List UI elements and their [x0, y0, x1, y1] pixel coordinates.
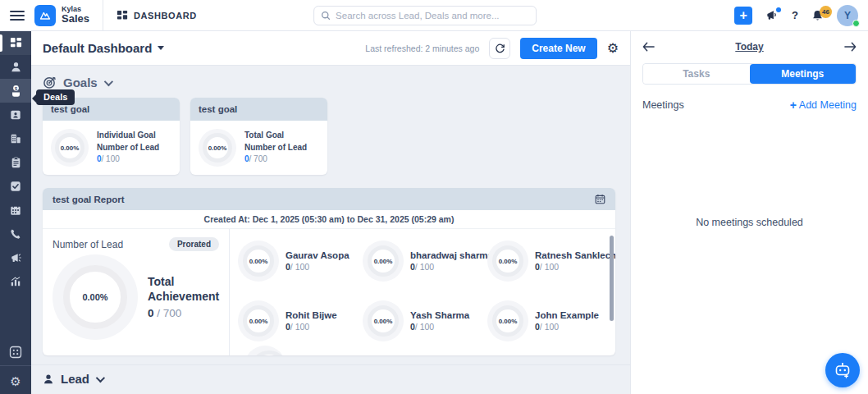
- total-progress-percent: 0.00%: [63, 265, 127, 329]
- refresh-button[interactable]: [489, 38, 510, 59]
- member-value: 0/ 100: [286, 262, 349, 272]
- goal-type-label: Total Goal: [244, 130, 307, 142]
- partially-visible-donut: [244, 346, 286, 355]
- user-avatar[interactable]: Y: [837, 5, 858, 26]
- help-button[interactable]: ?: [792, 9, 798, 21]
- campaign-megaphone-icon: [10, 252, 22, 263]
- goal-progress-percent: 0.00%: [203, 133, 232, 163]
- sidebar-item-meetings[interactable]: [0, 198, 31, 222]
- goal-card[interactable]: test goal 0.00% Total Goal Number of Lea…: [190, 98, 327, 175]
- chart-icon: [10, 276, 21, 287]
- dashboard-settings-icon[interactable]: ⚙: [607, 42, 619, 55]
- sidebar-item-reports[interactable]: [0, 269, 31, 293]
- tab-meetings[interactable]: Meetings: [750, 64, 857, 84]
- sidebar-item-tasks[interactable]: [0, 174, 31, 198]
- goal-metric-label: Number of Lead: [97, 142, 159, 154]
- calendar-icon: [10, 204, 21, 216]
- sidebar-item-campaigns[interactable]: [0, 245, 31, 269]
- report-members-grid: 0.00% Gaurav Asopa 0/ 100 0.00% bharadwa…: [230, 229, 615, 355]
- date-navigation: Today: [642, 41, 857, 53]
- member-donut: 0.00%: [363, 241, 404, 282]
- sidebar-item-leads[interactable]: [0, 55, 31, 79]
- quick-add-button[interactable]: +: [734, 7, 752, 25]
- goals-section-header[interactable]: Goals: [43, 76, 619, 89]
- notifications-button[interactable]: 46: [811, 9, 824, 22]
- main-content: Default Dashboard Last refreshed: 2 minu…: [31, 31, 630, 394]
- report-header: test goal Report: [43, 188, 615, 210]
- dashboard-icon: [10, 37, 22, 49]
- member-value: 0/ 100: [286, 322, 337, 332]
- sidebar-item-apps[interactable]: [0, 340, 31, 364]
- goal-card-title: test goal: [190, 98, 327, 121]
- sidebar-item-products[interactable]: [0, 150, 31, 174]
- dashboard-title-dropdown[interactable]: Default Dashboard: [43, 41, 164, 55]
- kylas-logo[interactable]: [34, 5, 56, 26]
- agenda-panel: Today Tasks Meetings Meetings + Add Meet…: [630, 31, 868, 394]
- date-label[interactable]: Today: [735, 41, 763, 53]
- member-value: 0/ 100: [535, 322, 599, 332]
- member-percent: 0.00%: [243, 245, 274, 277]
- sidebar-item-settings[interactable]: ⚙: [0, 368, 31, 394]
- global-search[interactable]: [313, 6, 537, 25]
- last-refreshed-text: Last refreshed: 2 minutes ago: [365, 44, 479, 53]
- member-percent: 0.00%: [368, 305, 399, 337]
- lead-section-header[interactable]: Lead: [31, 364, 630, 394]
- header-actions: + ? 46 Y: [734, 5, 858, 26]
- prev-day-button[interactable]: [642, 42, 655, 52]
- calendar-icon: [595, 194, 605, 204]
- sidebar-item-deals[interactable]: $: [0, 79, 31, 103]
- mountain-icon: [39, 9, 52, 22]
- report-body: Number of Lead Prorated 0.00% Total Achi…: [43, 229, 615, 355]
- member-progress-item: 0.00% Gaurav Asopa 0/ 100: [238, 236, 363, 286]
- member-donut: 0.00%: [487, 241, 528, 282]
- sidebar-item-contacts[interactable]: [0, 103, 31, 126]
- left-sidebar: $: [0, 31, 31, 394]
- add-meeting-button[interactable]: + Add Meeting: [790, 98, 857, 112]
- sidebar-item-calls[interactable]: [0, 222, 31, 245]
- report-summary-main: 0.00% Total Achievement 0 / 700: [53, 254, 219, 340]
- sidebar-item-dashboard[interactable]: [0, 31, 31, 55]
- member-value: 0/ 100: [535, 262, 615, 272]
- member-value: 0/ 100: [410, 322, 469, 332]
- goal-card-details: Individual Goal Number of Lead 0/ 100: [97, 130, 159, 166]
- member-percent: 0.00%: [243, 305, 274, 337]
- goals-target-icon: [43, 76, 57, 89]
- member-donut: 0.00%: [238, 241, 279, 282]
- agenda-tabs: Tasks Meetings: [642, 63, 857, 85]
- nav-dashboard[interactable]: DASHBOARD: [116, 10, 197, 21]
- contact-card-icon: [10, 109, 21, 121]
- report-summary: Number of Lead Prorated 0.00% Total Achi…: [43, 229, 230, 355]
- toolbar-actions: Last refreshed: 2 minutes ago Create New…: [365, 38, 619, 59]
- next-day-button[interactable]: [844, 42, 857, 52]
- member-percent: 0.00%: [368, 245, 399, 277]
- add-meeting-label: Add Meeting: [799, 99, 857, 111]
- goal-card[interactable]: test goal 0.00% Individual Goal Number o…: [43, 98, 180, 175]
- goal-progress-donut: 0.00%: [199, 129, 236, 167]
- notification-count-badge: 46: [820, 6, 832, 18]
- meetings-label: Meetings: [642, 99, 684, 111]
- lead-section-label: Lead: [61, 372, 89, 386]
- report-metric-label: Number of Lead: [53, 239, 123, 250]
- goal-progress-value: 0/ 700: [244, 153, 307, 166]
- tab-tasks[interactable]: Tasks: [643, 64, 750, 84]
- announcements-button[interactable]: [765, 9, 779, 21]
- hamburger-menu-icon[interactable]: [10, 11, 25, 21]
- clipboard-icon: [11, 157, 21, 168]
- member-name: Rohit Bijwe: [286, 310, 337, 320]
- goal-card-details: Total Goal Number of Lead 0/ 700: [244, 130, 307, 166]
- sidebar-item-companies[interactable]: [0, 126, 31, 150]
- report-calendar-button[interactable]: [595, 194, 605, 204]
- goal-progress-value: 0/ 100: [97, 153, 159, 166]
- apps-grid-icon: [9, 346, 22, 359]
- member-name: John Example: [535, 310, 599, 320]
- goal-progress-donut: 0.00%: [51, 129, 89, 167]
- goal-card-body: 0.00% Total Goal Number of Lead 0/ 700: [190, 121, 327, 175]
- deals-hand-money-icon: $: [10, 85, 22, 98]
- report-scrollbar[interactable]: [610, 236, 614, 321]
- goal-progress-percent: 0.00%: [55, 133, 85, 163]
- chat-assistant-button[interactable]: [825, 353, 860, 387]
- online-status-dot: [852, 20, 860, 27]
- search-input[interactable]: [336, 11, 529, 21]
- report-date-range: Created At: Dec 1, 2025 (05:30 am) to De…: [43, 210, 615, 229]
- create-new-button[interactable]: Create New: [520, 38, 596, 59]
